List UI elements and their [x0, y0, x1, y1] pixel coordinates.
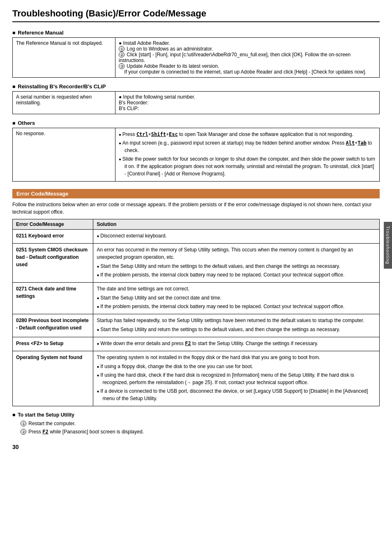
problem-cell: A serial number is requested when reinst… [13, 92, 115, 114]
sol-item-2: An input screen (e.g., password input sc… [119, 139, 376, 154]
bs-recorder: B's Recorder: [119, 100, 148, 106]
step3-detail: If your computer is connected to the int… [119, 69, 366, 75]
error-code-cell: 0211 Keyboard error [13, 230, 93, 244]
error-code-cell: 0251 System CMOS checksum bad - Default … [13, 244, 93, 283]
sol-f2: Write down the error details and press F… [97, 340, 376, 347]
section-reference-manual: Reference Manual [12, 30, 380, 36]
setup-utility-section: To start the Setup Utility ① Restart the… [12, 412, 380, 436]
error-solution-cell: Startup has failed repeatedly, so the Se… [93, 314, 380, 337]
sol-0271-2: If the problem persists, the internal cl… [97, 303, 376, 310]
error-section-header: Error Code/Message [12, 189, 380, 198]
reference-manual-table: The Reference Manual is not displayed. ●… [12, 37, 380, 78]
error-table: Error Code/Message Solution 0211 Keyboar… [12, 219, 380, 406]
table-row: No response. Press Ctrl+Shift+Esc to ope… [13, 128, 380, 182]
serial-intro: ● Input the following serial number. [119, 94, 195, 100]
page-number: 30 [12, 444, 380, 450]
error-intro: Follow the instructions below when an er… [12, 201, 380, 216]
col-solution: Solution [93, 219, 380, 230]
error-row-f2: Press <F2> to Setup Write down the error… [13, 337, 380, 351]
error-code-cell: 0280 Previous boot incomplete - Default … [13, 314, 93, 337]
sol-0251-intro: An error has occurred in the memory of S… [97, 247, 353, 260]
error-code-cell: Press <F2> to Setup [13, 337, 93, 351]
error-solution-cell: An error has occurred in the memory of S… [93, 244, 380, 283]
error-solution-cell: Disconnect external keyboard. [93, 230, 380, 244]
error-solution-cell: The operating system is not installed in… [93, 351, 380, 406]
sol-os-2: If using the hard disk, check if the har… [97, 371, 376, 386]
error-row-0271: 0271 Check date and time settings The da… [13, 283, 380, 314]
table-row: The Reference Manual is not displayed. ●… [13, 38, 380, 78]
sol-0211: Disconnect external keyboard. [97, 232, 376, 240]
setup-step-2: ② Press F2 while [Panasonic] boot screen… [21, 428, 380, 436]
side-label: Troubleshooting [384, 222, 392, 268]
install-adobe: ● Install Adobe Reader. [119, 40, 170, 46]
setup-step-1: ① Restart the computer. [21, 419, 380, 428]
bs-clip: B's CLiP: [119, 106, 139, 111]
sol-0251-2: If the problem persists, the internal cl… [97, 271, 376, 279]
error-solution-cell: The date and time settings are not corre… [93, 283, 380, 314]
sol-0280-1: Start the Setup Utility and return the s… [97, 326, 376, 333]
sol-os-3: If a device is connected to the USB port… [97, 387, 376, 402]
setup-steps: ① Restart the computer. ② Press F2 while… [12, 419, 380, 436]
error-row-os-not-found: Operating System not found The operating… [13, 351, 380, 406]
sol-0251-1: Start the Setup Utility and return the s… [97, 263, 376, 270]
error-row-0280: 0280 Previous boot incomplete - Default … [13, 314, 380, 337]
step2: ② Click [start] - [Run], input [c:\util\… [119, 52, 350, 63]
solution-cell: Press Ctrl+Shift+Esc to open Task Manage… [115, 128, 380, 182]
reinstalling-table: A serial number is requested when reinst… [12, 91, 380, 114]
error-row-0251: 0251 System CMOS checksum bad - Default … [13, 244, 380, 283]
sol-item-3: Slide the power switch for four seconds … [119, 155, 376, 177]
solution-cell: ● Install Adobe Reader. ① Log on to Wind… [115, 38, 380, 78]
sol-0271-intro: The date and time settings are not corre… [97, 286, 189, 292]
error-row-0211: 0211 Keyboard error Disconnect external … [13, 230, 380, 244]
sol-item-1: Press Ctrl+Shift+Esc to open Task Manage… [119, 131, 376, 138]
error-solution-cell: Write down the error details and press F… [93, 337, 380, 351]
sol-os-1: If using a floppy disk, change the disk … [97, 363, 376, 370]
error-code-cell: Operating System not found [13, 351, 93, 406]
others-table: No response. Press Ctrl+Shift+Esc to ope… [12, 128, 380, 182]
error-code-cell: 0271 Check date and time settings [13, 283, 93, 314]
solution-cell: ● Input the following serial number. B's… [115, 92, 380, 114]
step3: ③ Update Adobe Reader to its latest vers… [119, 63, 219, 69]
section-reinstalling: Reinstalling B's Recorder/B's CLiP [12, 83, 380, 90]
col-error-code: Error Code/Message [13, 219, 93, 230]
error-table-header-row: Error Code/Message Solution [13, 219, 380, 230]
problem-cell: No response. [13, 128, 115, 182]
step1: ① Log on to Windows as an administrator. [119, 46, 213, 52]
section-others: Others [12, 120, 380, 126]
problem-cell: The Reference Manual is not displayed. [13, 38, 115, 78]
page-title: Troubleshooting (Basic)/Error Code/Messa… [12, 8, 380, 22]
sol-0280-intro: Startup has failed repeatedly, so the Se… [97, 318, 364, 323]
setup-utility-header: To start the Setup Utility [12, 412, 380, 418]
sol-os-intro: The operating system is not installed in… [97, 355, 320, 360]
sol-0271-1: Start the Setup Utility and set the corr… [97, 294, 376, 302]
table-row: A serial number is requested when reinst… [13, 92, 380, 114]
